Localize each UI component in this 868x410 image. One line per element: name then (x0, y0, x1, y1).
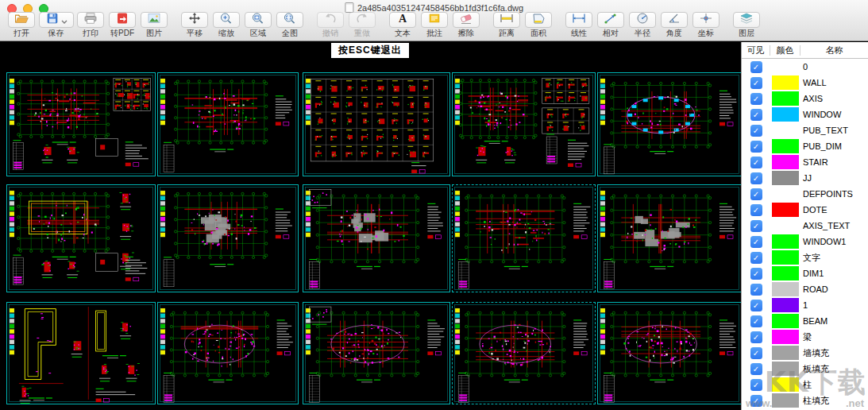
layer-visible-checkbox[interactable]: ✓ (750, 252, 762, 264)
layer-visible-checkbox[interactable]: ✓ (750, 315, 762, 327)
toolbar-annotate-button[interactable]: 批注 (419, 12, 450, 37)
layer-visible-checkbox[interactable]: ✓ (750, 395, 762, 407)
toolbar-image-button[interactable]: 图片 (138, 12, 170, 37)
drawing-sheet-10 (597, 184, 741, 292)
layer-row-16[interactable]: ✓1 (742, 297, 868, 313)
undo-icon (322, 12, 338, 28)
layer-row-6[interactable]: ✓PUB_DIM (742, 138, 868, 154)
layer-row-8[interactable]: ✓JJ (742, 170, 868, 186)
layer-row-10[interactable]: ✓DOTE (742, 202, 868, 218)
layer-visible-checkbox[interactable]: ✓ (750, 77, 762, 89)
toolbar-relative-button[interactable]: 相对 (595, 12, 627, 37)
layer-row-3[interactable]: ✓AXIS (742, 91, 868, 106)
layer-visible-checkbox[interactable]: ✓ (750, 284, 762, 296)
redo-icon (354, 12, 370, 28)
layer-row-17[interactable]: ✓BEAM (742, 313, 868, 329)
layer-row-2[interactable]: ✓WALL (742, 75, 868, 91)
zoom-all-icon (282, 12, 298, 28)
layer-visible-checkbox[interactable]: ✓ (750, 300, 762, 311)
toolbar-text-button[interactable]: A文本 (387, 12, 419, 37)
layer-visible-checkbox[interactable]: ✓ (750, 125, 762, 137)
toolbar-layers-button[interactable]: 图层 (731, 12, 762, 37)
layer-name: BEAM (800, 316, 868, 326)
layer-visible-checkbox[interactable]: ✓ (750, 220, 762, 232)
toolbar-erase-button[interactable]: 擦除 (450, 12, 482, 37)
layer-row-15[interactable]: ✓ROAD (742, 281, 868, 297)
layer-visible-checkbox[interactable]: ✓ (750, 61, 762, 73)
layer-row-12[interactable]: ✓WINDOW1 (742, 234, 868, 249)
layer-color-swatch (772, 107, 799, 122)
layer-name: AXIS_TEXT (800, 221, 868, 230)
layer-visible-checkbox[interactable]: ✓ (750, 363, 762, 375)
column-header-visible: 可见 (742, 45, 770, 56)
toolbar-layers-label: 图层 (739, 29, 754, 37)
toolbar-coordinate-label: 坐标 (698, 29, 714, 37)
layer-visible-checkbox[interactable]: ✓ (750, 347, 762, 359)
zoom-in-icon (218, 12, 234, 28)
toolbar-zoom-button[interactable]: 缩放 (210, 12, 242, 37)
layer-color-swatch (772, 234, 799, 249)
printer-icon (83, 12, 98, 28)
layer-visible-checkbox[interactable]: ✓ (750, 379, 762, 391)
toolbar-open-button[interactable]: 打开 (6, 12, 37, 37)
layer-visible-checkbox[interactable]: ✓ (750, 157, 762, 168)
layer-row-1[interactable]: ✓0 (742, 59, 868, 75)
toolbar-radius-button[interactable]: 半径 (627, 12, 658, 37)
layer-row-11[interactable]: ✓AXIS_TEXT (742, 218, 868, 234)
layer-visible-checkbox[interactable]: ✓ (750, 331, 762, 343)
layer-visible-checkbox[interactable]: ✓ (750, 109, 762, 121)
toolbar-pan-button[interactable]: 平移 (179, 12, 210, 37)
layer-visible-checkbox[interactable]: ✓ (750, 268, 762, 280)
layer-row-22[interactable]: ✓柱填充 (742, 393, 868, 408)
toolbar-zoom-area-label: 区域 (250, 29, 266, 37)
toolbar-distance-label: 距离 (499, 29, 515, 37)
toolbar-print-label: 打印 (83, 29, 98, 37)
drawing-canvas[interactable]: 按ESC键退出 (0, 42, 741, 410)
layer-row-9[interactable]: ✓DEFPOINTS (742, 186, 868, 202)
layer-visible-checkbox[interactable]: ✓ (750, 93, 762, 105)
layer-name: 柱填充 (800, 395, 868, 407)
toolbar-distance-button[interactable]: 距离 (491, 12, 523, 37)
save-icon (44, 12, 60, 28)
toolbar-to-pdf-button[interactable]: 转PDF (106, 12, 138, 37)
layer-color-swatch (772, 298, 799, 312)
toolbar-zoom-all-button[interactable]: 全图 (274, 12, 306, 37)
layer-visible-checkbox[interactable]: ✓ (750, 188, 762, 200)
toolbar-save-button[interactable]: 保存 (37, 12, 75, 37)
layers-icon (739, 12, 754, 28)
toolbar-area-button[interactable]: 面积 (523, 12, 554, 37)
layer-row-19[interactable]: ✓墙填充 (742, 345, 868, 361)
layer-visible-checkbox[interactable]: ✓ (750, 204, 762, 216)
layer-row-14[interactable]: ✓DIM1 (742, 265, 868, 281)
layer-row-5[interactable]: ✓PUB_TEXT (742, 122, 868, 138)
layer-name: DEFPOINTS (800, 189, 868, 199)
drawing-sheet-11 (6, 302, 156, 404)
layer-visible-checkbox[interactable]: ✓ (750, 236, 762, 248)
drawing-sheet-9 (452, 184, 596, 292)
note-icon (426, 12, 442, 28)
layer-row-18[interactable]: ✓梁 (742, 329, 868, 345)
layer-color-swatch (772, 139, 799, 153)
coordinate-icon (698, 12, 714, 28)
toolbar-coordinate-button[interactable]: 坐标 (690, 12, 722, 37)
layer-visible-checkbox[interactable]: ✓ (750, 141, 762, 153)
layer-row-7[interactable]: ✓STAIR (742, 154, 868, 170)
toolbar-print-button[interactable]: 打印 (75, 12, 106, 37)
linear-icon (571, 12, 587, 28)
toolbar-undo-button[interactable]: 撤销 (314, 12, 346, 37)
titlebar[interactable]: 2a485a40351247458456bb1fd3f1c6fa.dwg (0, 0, 868, 13)
toolbar-linear-button[interactable]: 线性 (563, 12, 595, 37)
drawing-sheet-2 (157, 72, 299, 176)
layer-row-4[interactable]: ✓WINDOW (742, 106, 868, 122)
chevron-down-icon[interactable] (61, 13, 68, 27)
layer-color-swatch (772, 187, 799, 201)
layer-row-21[interactable]: ✓柱 (742, 377, 868, 393)
layer-row-13[interactable]: ✓文字 (742, 249, 868, 265)
toolbar: 打开保存打印转PDF图片平移缩放区域全图撤销重做A文本批注擦除距离面积线性相对半… (0, 12, 762, 41)
toolbar-zoom-area-button[interactable]: 区域 (242, 12, 274, 37)
toolbar-redo-button[interactable]: 重做 (346, 12, 378, 37)
layer-row-20[interactable]: ✓板填充 (742, 361, 868, 377)
layer-visible-checkbox[interactable]: ✓ (750, 172, 762, 184)
toolbar-angle-button[interactable]: 角度 (658, 12, 690, 37)
layer-name: 梁 (800, 331, 868, 343)
